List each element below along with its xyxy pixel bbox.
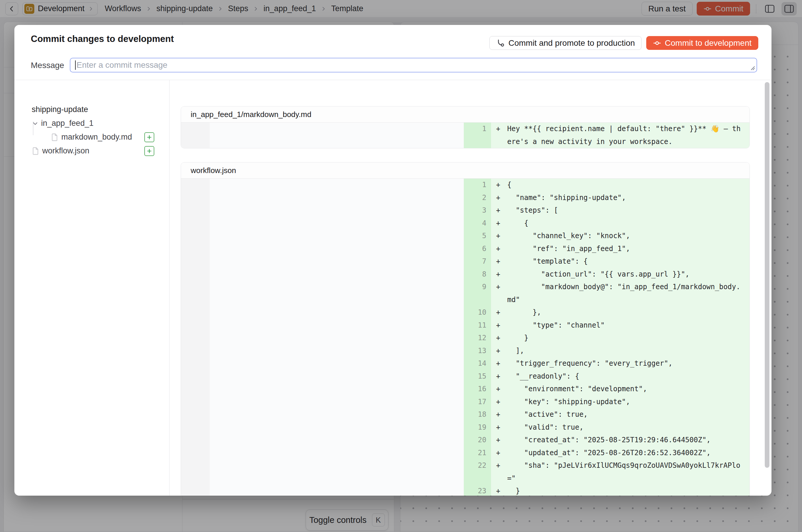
tree-item-markdown-body[interactable]: markdown_body.md bbox=[14, 130, 169, 144]
diff-line: 9+ "markdown_body@": "in_app_feed_1/mark… bbox=[181, 281, 749, 306]
tree-item-step[interactable]: in_app_feed_1 bbox=[14, 116, 169, 130]
diff-line: 15+ "__readonly": { bbox=[181, 370, 749, 383]
diff-line: 23+ } bbox=[181, 485, 749, 496]
diff-line: 8+ "action_url": "{{ vars.app_url }}", bbox=[181, 268, 749, 281]
diff-line: 2+ "name": "shipping-update", bbox=[181, 191, 749, 204]
diff-file-header: in_app_feed_1/markdown_body.md bbox=[181, 107, 749, 122]
file-icon bbox=[51, 133, 58, 141]
diff-file-header: workflow.json bbox=[181, 163, 749, 178]
diff-added-badge bbox=[144, 132, 154, 142]
diff-line: 16+ "environment": "development", bbox=[181, 383, 749, 396]
commit-to-development-button[interactable]: Commit to development bbox=[646, 36, 758, 50]
diff-lines: 1+Hey **{{ recipient.name | default: "th… bbox=[181, 122, 749, 148]
diff-line: 22+ "sha": "pJeLVir6xIlUCMGqs9qroZoUAVDS… bbox=[181, 459, 749, 485]
commit-message-input[interactable]: Enter a commit message bbox=[70, 58, 757, 73]
tree-item-workflow-root[interactable]: shipping-update bbox=[14, 103, 169, 116]
diff-line: 20+ "created_at": "2025-08-25T19:29:46.6… bbox=[181, 434, 749, 446]
message-label: Message bbox=[31, 61, 64, 70]
diff-line: 11+ "type": "channel" bbox=[181, 319, 749, 332]
diff-file-name: workflow.json bbox=[191, 166, 236, 175]
diff-line: 14+ "trigger_frequency": "every_trigger"… bbox=[181, 357, 749, 370]
resize-grip-icon[interactable] bbox=[749, 64, 756, 71]
commit-and-promote-button[interactable]: Commit and promote to production bbox=[489, 36, 641, 50]
file-tree: shipping-update in_app_feed_1 markdown_b… bbox=[14, 103, 169, 158]
diff-line: 3+ "steps": [ bbox=[181, 204, 749, 217]
tree-item-workflow-json[interactable]: workflow.json bbox=[14, 144, 169, 158]
diff-line: 13+ ], bbox=[181, 345, 749, 358]
diff-line: 1+Hey **{{ recipient.name | default: "th… bbox=[181, 122, 749, 148]
diff-card-workflow-json: workflow.json 1+{2+ "name": "shipping-up… bbox=[181, 162, 750, 496]
diff-added-badge bbox=[144, 146, 154, 156]
promote-branch-icon bbox=[496, 39, 505, 48]
diff-line: 4+ { bbox=[181, 217, 749, 230]
modal-header: Commit changes to development Commit and… bbox=[14, 25, 771, 80]
diff-line: 1+{ bbox=[181, 178, 749, 191]
diff-line: 17+ "key": "shipping-update", bbox=[181, 396, 749, 408]
diff-file-name: in_app_feed_1/markdown_body.md bbox=[191, 110, 311, 119]
commit-modal: Commit changes to development Commit and… bbox=[14, 25, 771, 496]
changed-files-sidebar: shipping-update in_app_feed_1 markdown_b… bbox=[14, 80, 169, 496]
diff-line: 7+ "template": { bbox=[181, 255, 749, 268]
modal-scrollbar[interactable] bbox=[765, 82, 769, 468]
diff-card-markdown-body: in_app_feed_1/markdown_body.md 1+Hey **{… bbox=[181, 106, 750, 148]
diff-lines: 1+{2+ "name": "shipping-update",3+ "step… bbox=[181, 178, 749, 496]
diff-line: 6+ "ref": "in_app_feed_1", bbox=[181, 243, 749, 255]
text-cursor bbox=[75, 60, 76, 70]
commit-icon bbox=[653, 39, 661, 47]
modal-title: Commit changes to development bbox=[31, 34, 174, 44]
diff-line: 19+ "valid": true, bbox=[181, 421, 749, 434]
diff-line: 18+ "active": true, bbox=[181, 408, 749, 421]
diff-line: 5+ "channel_key": "knock", bbox=[181, 230, 749, 243]
commit-message-placeholder: Enter a commit message bbox=[77, 60, 168, 70]
screen: Development Workflows shipping-update St… bbox=[0, 0, 802, 532]
diff-line: 21+ "updated_at": "2025-08-26T20:26:52.3… bbox=[181, 446, 749, 459]
chevron-down-icon[interactable] bbox=[32, 120, 39, 127]
modal-body: shipping-update in_app_feed_1 markdown_b… bbox=[14, 80, 771, 496]
file-icon bbox=[32, 147, 39, 155]
diff-panel: in_app_feed_1/markdown_body.md 1+Hey **{… bbox=[170, 80, 771, 496]
diff-line: 10+ }, bbox=[181, 306, 749, 319]
diff-line: 12+ } bbox=[181, 332, 749, 345]
